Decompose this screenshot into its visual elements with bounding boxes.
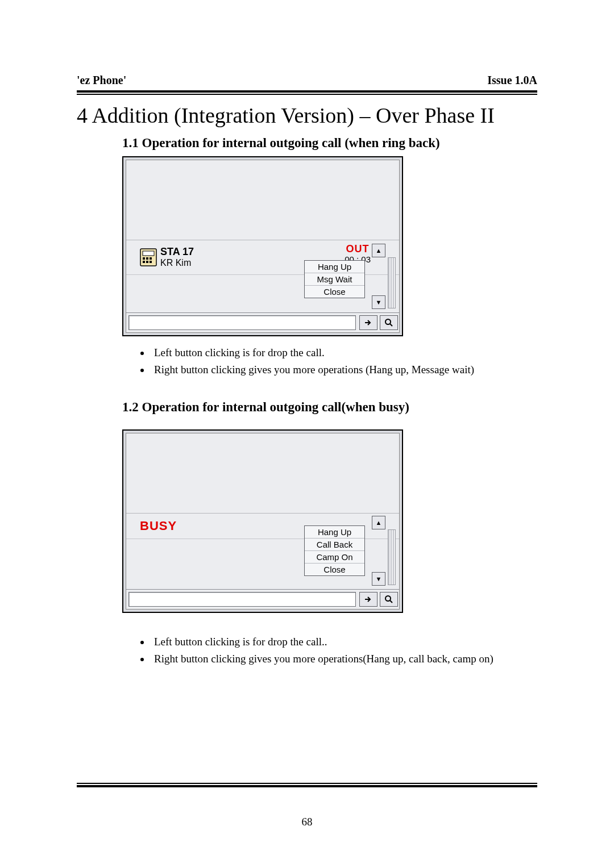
panel-lower-row: Hang Up Msg Wait Close ▼ xyxy=(126,275,399,312)
station-label: STA 17 xyxy=(160,247,194,258)
search-button[interactable] xyxy=(380,592,398,607)
svg-line-11 xyxy=(390,600,392,603)
svg-point-8 xyxy=(385,319,391,324)
menu-item-hangup[interactable]: Hang Up xyxy=(305,261,364,273)
svg-point-10 xyxy=(385,596,391,601)
panel-text-input[interactable] xyxy=(128,592,356,607)
search-icon xyxy=(384,318,393,327)
ui-panel-inner: STA 17 KR Kim OUT 00 : 03 ▲ Hang Up Msg … xyxy=(126,160,400,333)
panel-bottom-bar xyxy=(126,589,399,609)
scroll-down-button[interactable]: ▼ xyxy=(372,572,385,586)
screenshot-1: STA 17 KR Kim OUT 00 : 03 ▲ Hang Up Msg … xyxy=(122,156,537,336)
menu-item-hangup[interactable]: Hang Up xyxy=(305,526,364,539)
menu-item-close[interactable]: Close xyxy=(305,286,364,298)
go-button[interactable] xyxy=(359,592,377,607)
scroll-up-button[interactable]: ▲ xyxy=(372,244,385,257)
ui-panel-busy: BUSY ▲ Hang Up Call Back Camp On Close ▼ xyxy=(122,429,403,613)
go-button[interactable] xyxy=(359,315,377,330)
menu-item-close[interactable]: Close xyxy=(305,564,364,575)
phone-station-icon xyxy=(140,248,157,266)
panel-lower-row: Hang Up Call Back Camp On Close ▼ xyxy=(126,539,399,589)
note-item: Right button clicking gives you more ope… xyxy=(151,364,537,376)
header-rule-thin xyxy=(77,94,537,95)
panel-blank-area xyxy=(126,433,399,514)
out-label: OUT xyxy=(345,244,371,255)
section-title: 4 Addition (Integration Version) – Over … xyxy=(77,103,537,128)
header-left: 'ez Phone' xyxy=(77,74,126,87)
panel-text-input[interactable] xyxy=(128,315,356,330)
panel-blank-area xyxy=(126,160,399,240)
svg-rect-1 xyxy=(143,251,154,256)
search-button[interactable] xyxy=(380,315,398,330)
note-item: Right button clicking gives you more ope… xyxy=(151,653,537,665)
arrow-right-icon xyxy=(364,318,373,327)
page-number: 68 xyxy=(77,816,537,828)
menu-item-msgwait[interactable]: Msg Wait xyxy=(305,273,364,286)
station-text: STA 17 KR Kim xyxy=(160,247,194,268)
svg-rect-3 xyxy=(146,257,148,260)
page-header: 'ez Phone' Issue 1.0A xyxy=(77,74,537,87)
header-right: Issue 1.0A xyxy=(487,74,537,87)
footer-rule-thick xyxy=(77,785,537,787)
ui-panel-inner: BUSY ▲ Hang Up Call Back Camp On Close ▼ xyxy=(126,433,400,610)
station-name: KR Kim xyxy=(160,258,194,268)
svg-line-9 xyxy=(390,324,392,326)
scroll-down-button[interactable]: ▼ xyxy=(372,295,385,309)
header-rule-thick xyxy=(77,90,537,93)
note-item: Left button clicking is for drop the cal… xyxy=(151,347,537,359)
ui-panel-ringback: STA 17 KR Kim OUT 00 : 03 ▲ Hang Up Msg … xyxy=(122,156,403,336)
svg-rect-5 xyxy=(143,261,145,263)
search-icon xyxy=(384,595,393,604)
menu-item-campon[interactable]: Camp On xyxy=(305,551,364,564)
subsection-1-heading: 1.1 Operation for internal outgoing call… xyxy=(122,136,537,151)
subsection-2-heading: 1.2 Operation for internal outgoing call… xyxy=(122,400,537,415)
document-page: 'ez Phone' Issue 1.0A 4 Addition (Integr… xyxy=(0,0,614,868)
arrow-right-icon xyxy=(364,595,373,604)
section-2-notes: Left button clicking is for drop the cal… xyxy=(151,636,537,665)
busy-label: BUSY xyxy=(140,519,177,533)
note-item: Left button clicking is for drop the cal… xyxy=(151,636,537,648)
footer-rule-thin xyxy=(77,783,537,784)
context-menu: Hang Up Call Back Camp On Close xyxy=(304,525,365,576)
svg-rect-6 xyxy=(146,261,148,263)
context-menu: Hang Up Msg Wait Close xyxy=(304,260,365,298)
svg-rect-2 xyxy=(143,257,145,260)
svg-rect-7 xyxy=(150,261,152,263)
page-footer: 68 xyxy=(77,783,537,828)
screenshot-2: BUSY ▲ Hang Up Call Back Camp On Close ▼ xyxy=(122,429,537,613)
panel-bottom-bar xyxy=(126,312,399,332)
scroll-up-button[interactable]: ▲ xyxy=(372,516,385,529)
section-1-notes: Left button clicking is for drop the cal… xyxy=(151,347,537,376)
svg-rect-4 xyxy=(150,257,152,260)
menu-item-callback[interactable]: Call Back xyxy=(305,539,364,551)
